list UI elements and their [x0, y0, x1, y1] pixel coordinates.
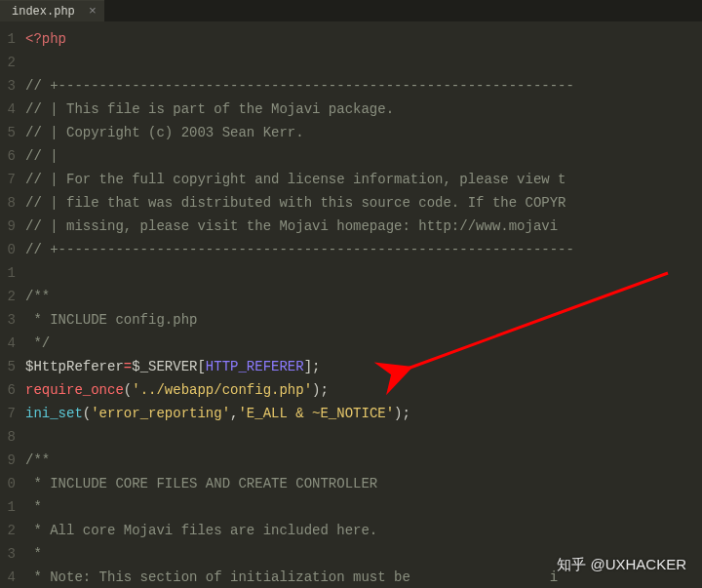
code-line: /** [25, 285, 702, 308]
line-number: 3 [0, 308, 18, 332]
line-number: 1 [0, 27, 18, 51]
line-number: 3 [0, 74, 18, 98]
watermark: 知乎 @UXHACKER [557, 556, 686, 574]
code-line: * [25, 495, 702, 519]
code-line: // | For the full copyright and license … [25, 168, 702, 191]
line-number: 5 [0, 355, 18, 378]
line-number: 1 [0, 495, 18, 519]
line-number: 3 [0, 542, 18, 566]
line-number: 7 [0, 402, 18, 425]
code-line [25, 261, 702, 285]
line-number: 0 [0, 472, 18, 495]
line-number: 2 [0, 51, 18, 74]
line-number: 7 [0, 168, 18, 191]
code-line: // | [25, 144, 702, 168]
code-line: * All core Mojavi files are included her… [25, 519, 702, 542]
code-line: /** [25, 449, 702, 472]
code-line: require_once('../webapp/config.php'); [25, 378, 702, 402]
line-number: 4 [0, 332, 18, 355]
line-number: 2 [0, 285, 18, 308]
code-line: // +------------------------------------… [25, 238, 702, 261]
code-line: * INCLUDE config.php [25, 308, 702, 332]
line-number: 4 [0, 98, 18, 121]
code-line: // | file that was distributed with this… [25, 191, 702, 215]
code-line [25, 425, 702, 449]
close-icon[interactable]: × [89, 5, 97, 18]
code-line: // +------------------------------------… [25, 74, 702, 98]
line-number: 6 [0, 144, 18, 168]
code-line: $HttpReferer=$_SERVER[HTTP_REFERER]; [25, 355, 702, 378]
editor: 1234567890123456789012345 <?php// +-----… [0, 21, 702, 588]
line-number: 2 [0, 519, 18, 542]
line-number: 5 [0, 121, 18, 144]
line-number: 1 [0, 261, 18, 285]
line-gutter: 1234567890123456789012345 [0, 21, 18, 588]
tab-index-php[interactable]: index.php × [0, 0, 104, 21]
code-line: <?php [25, 27, 702, 51]
code-line: // | missing, please visit the Mojavi ho… [25, 215, 702, 238]
code-line: * INCLUDE CORE FILES AND CREATE CONTROLL… [25, 472, 702, 495]
line-number: 4 [0, 566, 18, 588]
tab-filename: index.php [12, 5, 75, 19]
line-number: 9 [0, 215, 18, 238]
code-area[interactable]: <?php// +-------------------------------… [18, 21, 702, 588]
code-line: ini_set('error_reporting','E_ALL & ~E_NO… [25, 402, 702, 425]
line-number: 9 [0, 449, 18, 472]
line-number: 8 [0, 191, 18, 215]
code-line: // | This file is part of the Mojavi pac… [25, 98, 702, 121]
tab-bar: index.php × [0, 0, 702, 21]
code-line: */ [25, 332, 702, 355]
line-number: 8 [0, 425, 18, 449]
code-line: // | Copyright (c) 2003 Sean Kerr. [25, 121, 702, 144]
code-line [25, 51, 702, 74]
line-number: 0 [0, 238, 18, 261]
line-number: 6 [0, 378, 18, 402]
